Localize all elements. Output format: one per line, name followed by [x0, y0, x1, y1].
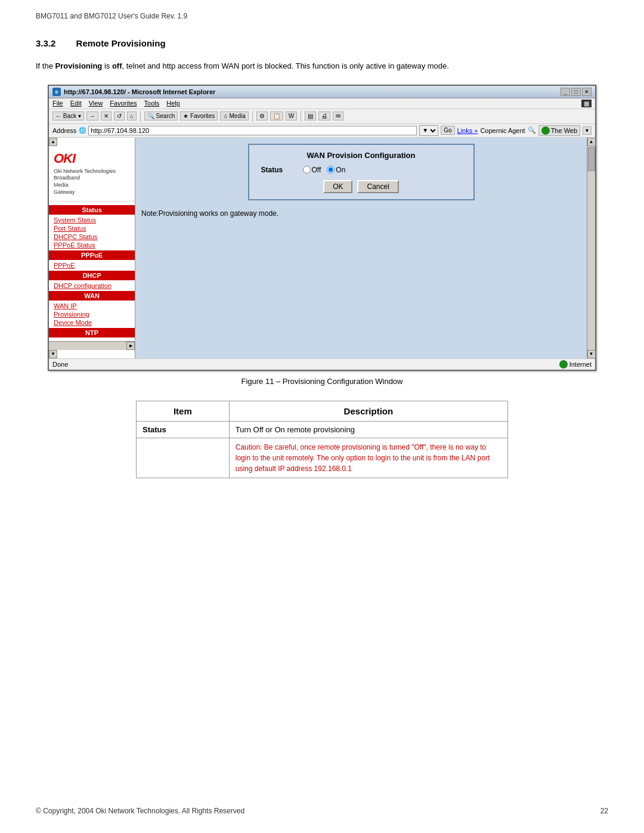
section-number: 3.3.2 [36, 38, 55, 48]
menu-favorites[interactable]: Favorites [110, 100, 137, 107]
body-text-2: is [102, 61, 112, 70]
toolbar-sep-3 [301, 111, 301, 122]
sidebar-pppoe-header: PPPoE [49, 250, 135, 260]
table-row-status: Status Turn Off or On remote provisionin… [137, 421, 508, 438]
browser-title-text: http://67.104.98.120/ - Microsoft Intern… [64, 88, 215, 95]
sidebar-scroll-down[interactable]: ▼ [49, 350, 57, 358]
browser-window: e http://67.104.98.120/ - Microsoft Inte… [48, 85, 596, 371]
radio-on[interactable] [327, 166, 335, 174]
sidebar-pppoe-link[interactable]: PPPoE [49, 261, 135, 270]
address-icon: 🌐 [79, 127, 86, 134]
wan-cancel-button[interactable]: Cancel [357, 180, 398, 193]
address-input[interactable] [88, 126, 417, 135]
maximize-button[interactable]: □ [571, 88, 581, 96]
sidebar-device-mode[interactable]: Device Mode [49, 318, 135, 327]
caution-text: Caution: Be careful, once remote provisi… [236, 443, 490, 473]
description-table: Item Description Status Turn Off or On r… [136, 401, 508, 478]
toolbar-btn-3[interactable]: W [286, 112, 297, 120]
links-button[interactable]: Links » [457, 127, 478, 134]
browser-controls[interactable]: _ □ ✕ [561, 88, 592, 96]
wan-radio-group: Off On [303, 166, 346, 174]
status-done: Done [52, 361, 68, 368]
forward-button[interactable]: → [86, 112, 98, 120]
provision-note: Note:Provisioning works on gateway mode. [141, 209, 581, 218]
figure-caption: Figure 11 – Provisioning Configuration W… [36, 377, 608, 386]
section-heading: Remote Provisioning [76, 38, 166, 48]
address-label: Address [52, 127, 76, 134]
dropdown-arrow-web[interactable]: ▼ [583, 126, 592, 135]
wan-action-buttons: OK Cancel [261, 180, 462, 193]
go-button[interactable]: Go [441, 126, 454, 135]
sidebar-wan-ip[interactable]: WAN IP [49, 302, 135, 310]
status-internet: Internet [559, 360, 592, 368]
oki-logo: OKI [54, 151, 130, 166]
internet-label: Internet [569, 361, 592, 368]
sidebar-system-status[interactable]: System Status [49, 216, 135, 224]
body-text-1: If the [36, 61, 55, 70]
address-right-area: 🔍 The Web ▼ [528, 125, 592, 136]
sidebar-logo-area: OKI Oki Network Technologies Broadband M… [49, 146, 135, 202]
body-off-text: off [112, 61, 122, 70]
browser-title-left: e http://67.104.98.120/ - Microsoft Inte… [52, 88, 215, 96]
internet-icon [559, 360, 568, 368]
body-bold-provisioning: Provisioning [55, 61, 103, 70]
footer-copyright: © Copyright, 2004 Oki Network Technologi… [36, 807, 244, 815]
menu-help[interactable]: Help [166, 100, 180, 107]
browser-sidebar: ▲ OKI Oki Network Technologies Broadband… [49, 138, 135, 358]
sidebar-provisioning[interactable]: Provisioning [49, 310, 135, 318]
stop-button[interactable]: ✕ [101, 112, 112, 120]
browser-toolbar: ← Back ▾ → ✕ ↺ ⌂ 🔍 Search ★ Favorites ♫ … [49, 109, 595, 124]
scroll-thumb[interactable] [588, 147, 595, 171]
menu-tools[interactable]: Tools [144, 100, 160, 107]
wan-ok-button[interactable]: OK [323, 180, 352, 193]
sidebar-pppoe-status[interactable]: PPPoE Status [49, 241, 135, 249]
page-number: 22 [600, 807, 608, 815]
refresh-button[interactable]: ↺ [114, 112, 125, 120]
menu-edit[interactable]: Edit [70, 100, 82, 107]
body-text-3: , telnet and http access from WAN port i… [122, 61, 449, 70]
media-button[interactable]: ♫ Media [220, 112, 249, 120]
copernic-agent[interactable]: Copernic Agent [480, 127, 525, 134]
table-header-item: Item [137, 401, 230, 421]
search-button[interactable]: 🔍 Search [144, 112, 178, 120]
toolbar-btn-6[interactable]: ✉ [333, 112, 343, 120]
browser-body: ▲ OKI Oki Network Technologies Broadband… [49, 138, 595, 358]
sidebar-dhcpc-status[interactable]: DHCPC Status [49, 233, 135, 241]
table-row-caution: Caution: Be careful, once remote provisi… [137, 438, 508, 478]
favorites-button[interactable]: ★ Favorites [180, 112, 218, 120]
close-button[interactable]: ✕ [582, 88, 592, 96]
wan-status-label: Status [261, 166, 291, 174]
scroll-down-arrow[interactable]: ▼ [587, 350, 596, 358]
menu-file[interactable]: File [52, 100, 63, 107]
table-cell-caution-desc: Caution: Be careful, once remote provisi… [229, 438, 507, 478]
radio-on-option[interactable]: On [327, 166, 345, 174]
home-button[interactable]: ⌂ [127, 112, 137, 120]
scroll-up-arrow[interactable]: ▲ [587, 138, 596, 146]
address-dropdown[interactable]: ▼ [419, 125, 438, 136]
toolbar-icon-right: ▦ [581, 100, 592, 107]
search-icon-address: 🔍 [528, 126, 536, 134]
ie-icon: e [52, 88, 61, 96]
the-web-button[interactable]: The Web [538, 125, 580, 136]
toolbar-btn-5[interactable]: 🖨 [318, 112, 330, 120]
browser-scrollbar[interactable]: ▲ ▼ [587, 138, 595, 358]
doc-header: BMG7011 and BMG7012 User's Guide Rev. 1.… [36, 12, 608, 20]
toolbar-btn-1[interactable]: ⚙ [256, 112, 268, 120]
sidebar-dhcp-config[interactable]: DHCP configuration [49, 281, 135, 290]
toolbar-btn-2[interactable]: 📋 [270, 112, 283, 120]
menu-view[interactable]: View [89, 100, 103, 107]
sidebar-scroll-right[interactable]: ▶ [126, 342, 135, 350]
toolbar-btn-4[interactable]: ▤ [305, 112, 316, 120]
browser-menubar: File Edit View Favorites Tools Help ▦ [49, 98, 595, 109]
sidebar-scroll-up[interactable]: ▲ [49, 138, 57, 146]
radio-off[interactable] [303, 166, 311, 174]
table-cell-status-item: Status [137, 421, 230, 438]
sidebar-wan-header: WAN [49, 291, 135, 301]
sidebar-port-status[interactable]: Port Status [49, 224, 135, 233]
radio-off-option[interactable]: Off [303, 166, 321, 174]
sidebar-subtitle: Oki Network Technologies Broadband Media… [54, 168, 130, 196]
minimize-button[interactable]: _ [561, 88, 570, 96]
wan-provision-title: WAN Provision Configuration [261, 151, 462, 160]
back-button[interactable]: ← Back ▾ [52, 112, 84, 120]
table-cell-status-desc: Turn Off or On remote provisioning [229, 421, 507, 438]
